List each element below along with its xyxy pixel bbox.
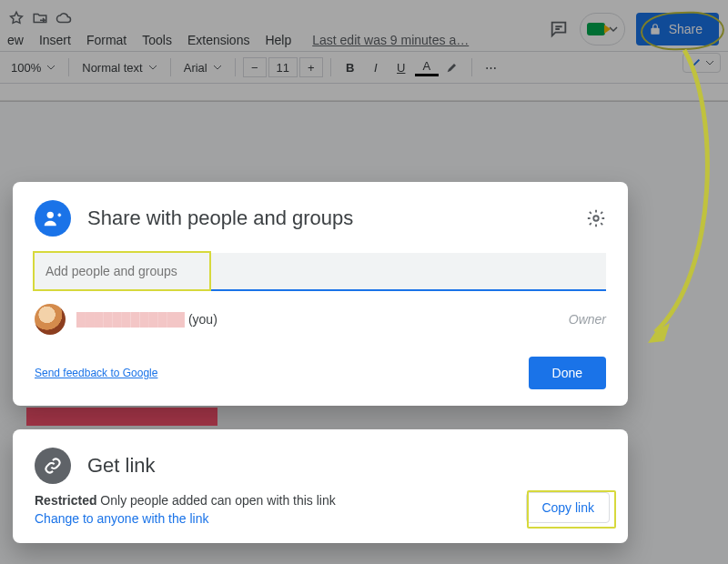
share-button-label: Share bbox=[669, 22, 703, 36]
annotation-copy-highlight bbox=[527, 490, 616, 529]
menu-help[interactable]: Help bbox=[258, 29, 298, 51]
owner-role-label: Owner bbox=[569, 312, 606, 327]
get-link-title: Get link bbox=[87, 454, 156, 478]
move-icon[interactable] bbox=[29, 7, 51, 29]
menu-tools[interactable]: Tools bbox=[135, 29, 179, 51]
gear-icon bbox=[586, 208, 606, 228]
avatar bbox=[35, 304, 66, 335]
share-dialog: Share with people and groups ███████████… bbox=[13, 182, 628, 406]
italic-button[interactable]: I bbox=[364, 55, 388, 79]
people-icon bbox=[35, 200, 71, 237]
get-link-dialog: Get link Restricted Only people added ca… bbox=[13, 429, 628, 543]
font-size-increase[interactable]: + bbox=[299, 57, 323, 77]
menu-view[interactable]: ew bbox=[0, 29, 31, 51]
bold-button[interactable]: B bbox=[339, 55, 362, 79]
svg-point-1 bbox=[47, 212, 54, 218]
pencil-icon bbox=[689, 55, 703, 70]
style-dropdown[interactable]: Normal text bbox=[76, 61, 162, 75]
menu-extensions[interactable]: Extensions bbox=[180, 29, 257, 51]
menu-bar: ew Insert Format Tools Extensions Help L… bbox=[0, 29, 476, 51]
share-button[interactable]: Share bbox=[636, 13, 719, 45]
svg-point-2 bbox=[593, 216, 599, 221]
lock-icon bbox=[649, 23, 662, 35]
formatting-toolbar: 100% Normal text Arial − 11 + B I U A ⋯ bbox=[0, 51, 728, 84]
last-edit-link[interactable]: Last edit was 9 minutes a… bbox=[305, 29, 476, 51]
font-size-input[interactable]: 11 bbox=[268, 57, 298, 77]
cloud-icon[interactable] bbox=[53, 7, 75, 29]
background-content-block bbox=[26, 408, 217, 426]
text-color-button[interactable]: A bbox=[415, 58, 439, 76]
font-dropdown[interactable]: Arial bbox=[178, 61, 228, 75]
link-icon bbox=[35, 448, 71, 484]
meet-button[interactable] bbox=[580, 13, 625, 45]
ruler bbox=[0, 84, 728, 102]
done-button[interactable]: Done bbox=[529, 357, 606, 389]
font-size-decrease[interactable]: − bbox=[243, 57, 267, 77]
owner-name: ████████████ (you) bbox=[76, 312, 217, 327]
star-icon[interactable] bbox=[5, 7, 27, 29]
top-right-controls: Share bbox=[549, 13, 719, 45]
add-people-input[interactable] bbox=[35, 253, 606, 291]
send-feedback-link[interactable]: Send feedback to Google bbox=[35, 367, 157, 379]
comments-icon[interactable] bbox=[549, 19, 569, 39]
more-button[interactable]: ⋯ bbox=[480, 55, 503, 79]
menu-format[interactable]: Format bbox=[79, 29, 134, 51]
chevron-down-icon bbox=[705, 58, 714, 67]
camera-icon bbox=[587, 23, 605, 35]
editing-mode-dropdown[interactable] bbox=[682, 53, 721, 73]
menu-insert[interactable]: Insert bbox=[32, 29, 78, 51]
owner-row: ████████████ (you) Owner bbox=[35, 304, 606, 335]
change-access-link[interactable]: Change to anyone with the link bbox=[35, 511, 208, 526]
highlight-button[interactable] bbox=[440, 55, 464, 79]
link-restriction-text: Restricted Only people added can open wi… bbox=[35, 493, 606, 508]
underline-button[interactable]: U bbox=[389, 55, 413, 79]
zoom-dropdown[interactable]: 100% bbox=[5, 61, 61, 75]
share-dialog-title: Share with people and groups bbox=[87, 206, 353, 230]
settings-button[interactable] bbox=[586, 208, 606, 228]
